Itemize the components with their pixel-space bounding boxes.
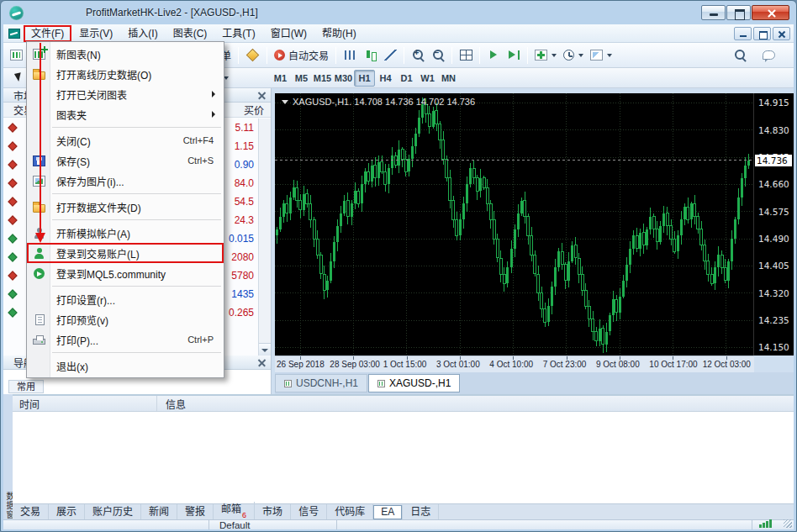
terminal-tab-label: 邮箱 (221, 502, 241, 517)
terminal-col-message[interactable]: 信息 (157, 396, 794, 411)
chart-tab[interactable]: XAGUSD-,H1 (368, 374, 460, 392)
navigator-tab-common[interactable]: 常用 (8, 380, 44, 393)
status-profile[interactable]: Default (209, 520, 337, 529)
menu-item-label: 登录到交易账户(L) (56, 246, 140, 261)
menu-item-label: 打开离线历史数据(O) (56, 67, 151, 82)
file-menu-item[interactable]: 关闭(C)Ctrl+F4 (27, 130, 224, 150)
timeframe-m30[interactable]: M30 (333, 70, 354, 87)
chart-window-icon[interactable] (8, 29, 20, 39)
symbol-price: 24.3 (235, 214, 258, 226)
time-axis[interactable]: 26 Sep 201828 Sep 03:001 Oct 15:003 Oct … (275, 356, 754, 372)
column-buy[interactable]: 买价 (224, 103, 271, 117)
zoom-in-button[interactable]: + (408, 45, 428, 66)
file-menu-item[interactable]: 打印设置(r)... (27, 289, 224, 309)
price-axis[interactable]: 14.736 14.91514.83014.74514.66014.57514.… (753, 93, 794, 356)
app-logo-icon[interactable] (9, 6, 24, 20)
market-watch-close-icon[interactable] (257, 91, 267, 100)
timeframe-m1[interactable]: M1 (270, 70, 291, 87)
chart-close-button[interactable] (773, 27, 790, 40)
terminal-tab[interactable]: 日志 (403, 504, 439, 519)
market-watch-scrollbar[interactable] (258, 119, 271, 356)
chart-tab-label: XAGUSD-,H1 (389, 375, 451, 392)
menu-item-label: 新图表(N) (56, 47, 101, 61)
scroll-down-icon[interactable] (259, 343, 271, 356)
timeframe-m15[interactable]: M15 (312, 70, 333, 87)
indicators-button[interactable] (531, 45, 560, 66)
chart-minimize-button[interactable] (734, 27, 752, 40)
timeframe-h1[interactable]: H1 (354, 70, 375, 87)
menubar-item[interactable]: 窗口(W) (263, 25, 314, 42)
file-menu-item[interactable]: 打印预览(v) (27, 309, 224, 329)
menubar-item[interactable]: 工具(T) (214, 25, 262, 42)
templates-button[interactable] (587, 45, 615, 66)
periods-button[interactable] (560, 45, 587, 66)
timeframe-bar: M1M5M15M30H1H4D1W1MN (270, 70, 459, 87)
file-menu-item[interactable]: 打开离线历史数据(O) (27, 64, 224, 84)
menu-bar: 文件(F)显示(V)插入(I)图表(C)工具(T)窗口(W)帮助(H) (3, 24, 794, 43)
terminal-tab[interactable]: 新闻 (141, 504, 177, 519)
file-menu-item[interactable]: 打开数据文件夹(D) (27, 197, 224, 217)
file-menu-item[interactable]: 保存为图片(i)... (27, 171, 224, 191)
terminal-tab[interactable]: 代码库 (327, 504, 373, 519)
chart-line-button[interactable] (380, 45, 400, 66)
close-button[interactable] (752, 5, 789, 20)
terminal-tab[interactable]: 警报 (177, 504, 214, 519)
chart-shift-button[interactable] (504, 45, 524, 66)
navigator-close-icon[interactable] (257, 358, 267, 367)
toolbar-separator (335, 47, 336, 64)
menubar-item[interactable]: 帮助(H) (314, 25, 364, 42)
file-menu-item[interactable]: 开新模拟帐户(A) (27, 223, 224, 243)
chart-candles-icon (364, 50, 377, 61)
time-axis-tick (407, 356, 408, 360)
file-menu-item[interactable]: 新图表(N) (27, 44, 224, 64)
terminal-tab-label: 交易 (20, 504, 40, 519)
community-button[interactable] (758, 45, 779, 66)
title-bar[interactable]: ProfitMarketHK-Live2 - [XAGUSD-,H1] (4, 3, 793, 24)
chart-ohlc-text: XAGUSD-,H1. 14.708 14.736 14.702 14.736 (293, 97, 475, 107)
zoom-out-icon: − (432, 50, 445, 61)
terminal-tab[interactable]: 展示 (49, 504, 85, 519)
file-menu-item[interactable]: 图表夹 (27, 104, 224, 124)
one-click-trading-icon[interactable] (282, 100, 288, 104)
file-menu-item[interactable]: 登录到MQL5.community (27, 263, 224, 283)
cursor-button[interactable] (7, 68, 27, 88)
autotrading-button[interactable]: 自动交易 (271, 45, 332, 66)
chart-plot[interactable]: XAGUSD-,H1. 14.708 14.736 14.702 14.736 (275, 93, 754, 356)
metaeditor-button[interactable] (242, 45, 263, 66)
menubar-item[interactable]: 插入(I) (120, 25, 165, 42)
chart-restore-button[interactable] (753, 27, 771, 40)
timeframe-d1[interactable]: D1 (396, 70, 417, 87)
auto-scroll-button[interactable] (483, 45, 504, 66)
file-menu-item[interactable]: 退出(x) (27, 356, 224, 376)
chart-tabs: USDCNH-,H1XAGUSD-,H1 (275, 372, 794, 394)
zoom-in-icon: + (412, 50, 425, 61)
file-menu-item[interactable]: 打印(P)...Ctrl+P (27, 329, 224, 350)
maximize-button[interactable] (726, 5, 751, 20)
terminal-col-time[interactable]: 时间 (13, 396, 157, 411)
zoom-out-button[interactable]: − (428, 45, 448, 66)
file-menu-item[interactable]: 打开已关闭图表 (27, 84, 224, 104)
timeframe-w1[interactable]: W1 (417, 70, 438, 87)
chart-bars-button[interactable] (340, 45, 360, 66)
terminal-tab[interactable]: 市场 (255, 504, 291, 519)
timeframe-mn[interactable]: MN (438, 70, 459, 87)
chart-symbol-header: XAGUSD-,H1. 14.708 14.736 14.702 14.736 (282, 97, 475, 107)
menubar-item[interactable]: 文件(F) (24, 25, 71, 42)
file-menu-item[interactable]: 保存(S)Ctrl+S (27, 150, 224, 171)
symbol-price: 0.015 (229, 233, 258, 245)
new-chart-icon (33, 49, 45, 60)
search-button[interactable] (730, 45, 750, 66)
menubar-item[interactable]: 图表(C) (166, 25, 215, 42)
terminal-tab[interactable]: 账户历史 (85, 504, 141, 519)
timeframe-h4[interactable]: H4 (375, 70, 396, 87)
terminal-tab[interactable]: 信号 (291, 504, 327, 519)
minimize-button[interactable] (701, 5, 726, 20)
tile-windows-button[interactable] (456, 45, 476, 66)
menubar-item[interactable]: 显示(V) (71, 25, 120, 42)
chart-tab[interactable]: USDCNH-,H1 (275, 374, 367, 392)
terminal-tab[interactable]: 交易 (13, 504, 49, 519)
timeframe-m5[interactable]: M5 (291, 70, 312, 87)
terminal-tab[interactable]: EA (373, 505, 403, 519)
chart-candles-button[interactable] (360, 45, 380, 66)
file-menu-item[interactable]: 登录到交易账户(L) (27, 243, 224, 263)
